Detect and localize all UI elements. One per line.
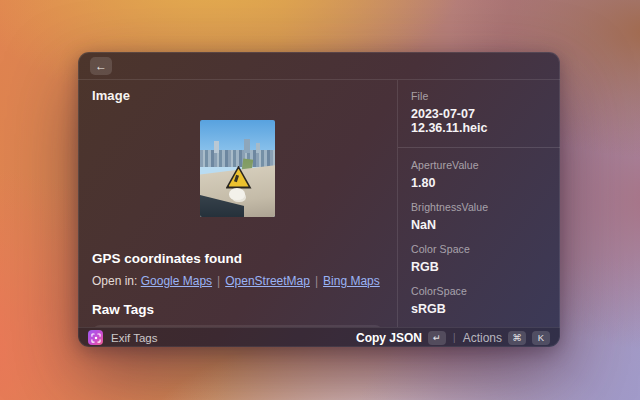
metadata-label: Color Space	[411, 243, 547, 255]
raw-tags-heading: Raw Tags	[92, 302, 383, 317]
gps-found-heading: GPS coordinates found	[92, 251, 383, 266]
window-footer: Exif Tags Copy JSON ↵ | Actions ⌘ K	[78, 327, 560, 347]
metadata-label: BrightnessValue	[411, 201, 547, 213]
link-separator: |	[217, 274, 220, 288]
copy-json-label: Copy JSON	[356, 331, 422, 345]
detail-pane: Image GPS coordinates found Open in:	[78, 80, 397, 327]
open-in-row: Open in: Google Maps|OpenStreetMap|Bing …	[92, 274, 383, 288]
footer-actions: Copy JSON ↵ | Actions ⌘ K	[356, 331, 550, 345]
copy-json-button[interactable]: Copy JSON ↵	[356, 331, 446, 345]
back-button[interactable]: ←	[90, 57, 112, 75]
return-key-icon: ↵	[428, 331, 446, 345]
metadata-label: ApertureValue	[411, 159, 547, 171]
metadata-value: RGB	[411, 260, 547, 274]
bing-maps-link[interactable]: Bing Maps	[323, 274, 380, 288]
metadata-item: BrightnessValue NaN	[411, 201, 547, 232]
viewfinder-icon	[91, 333, 101, 343]
link-separator: |	[315, 274, 318, 288]
metadata-value: 1.80	[411, 176, 547, 190]
thumbnail-tower	[244, 139, 250, 153]
metadata-value: NaN	[411, 218, 547, 232]
metadata-value: sRGB	[411, 302, 547, 316]
actions-label: Actions	[463, 331, 502, 345]
window-header: ←	[78, 52, 560, 80]
exif-tags-app-icon	[88, 330, 103, 345]
thumbnail-white-object	[229, 188, 245, 200]
back-icon: ←	[95, 60, 107, 72]
command-key-icon: ⌘	[508, 331, 526, 345]
google-maps-link[interactable]: Google Maps	[141, 274, 212, 288]
metadata-item: ColorSpace sRGB	[411, 285, 547, 316]
actions-menu-button[interactable]: Actions ⌘ K	[463, 331, 550, 345]
exif-tags-window: ← Image GPS coordinates found	[78, 52, 560, 347]
thumbnail-skyline	[200, 150, 275, 166]
image-section-heading: Image	[92, 88, 383, 103]
openstreetmap-link[interactable]: OpenStreetMap	[225, 274, 310, 288]
window-main: Image GPS coordinates found Open in:	[78, 80, 560, 327]
metadata-item: Color Space RGB	[411, 243, 547, 274]
footer-separator: |	[453, 332, 456, 343]
metadata-item: ApertureValue 1.80	[411, 159, 547, 190]
metadata-label: ColorSpace	[411, 285, 547, 297]
k-key-icon: K	[532, 331, 550, 345]
open-in-label: Open in:	[92, 274, 137, 288]
metadata-sidebar: File 2023-07-07 12.36.11.heic ApertureVa…	[397, 80, 560, 327]
app-name: Exif Tags	[111, 332, 157, 344]
file-label: File	[411, 90, 547, 102]
photo-thumbnail	[200, 120, 275, 217]
metadata-divider	[398, 147, 560, 148]
thumbnail-tower	[214, 141, 219, 153]
file-value: 2023-07-07 12.36.11.heic	[411, 107, 547, 135]
thumbnail-tower	[256, 143, 260, 153]
